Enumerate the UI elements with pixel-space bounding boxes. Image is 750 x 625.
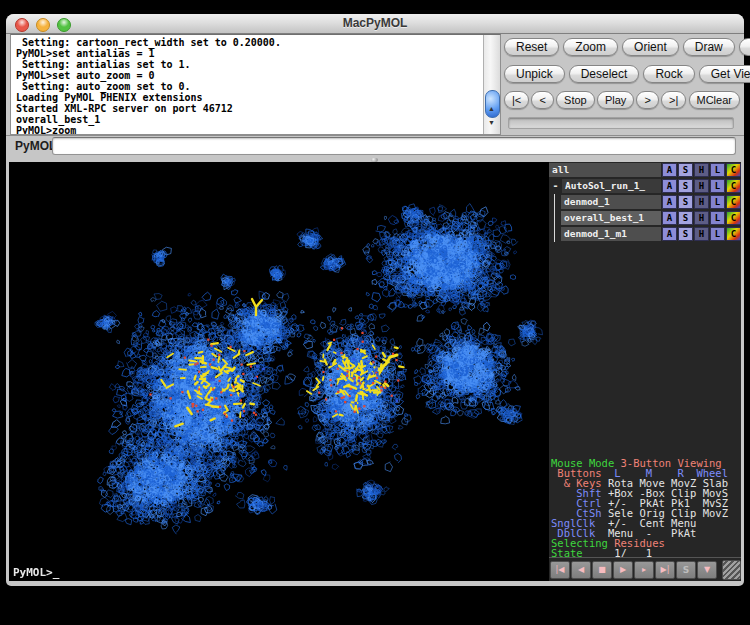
object-h-button[interactable]: H [694, 227, 709, 241]
console-line: Setting: cartoon_rect_width set to 0.200… [16, 37, 483, 48]
orient-button[interactable]: Orient [622, 38, 679, 56]
movie-forward-button[interactable]: > [636, 91, 658, 109]
movie-stop-vcr-button[interactable]: ■ [592, 561, 612, 579]
reset-button[interactable]: Reset [504, 38, 559, 56]
unpick-button[interactable]: Unpick [504, 65, 565, 83]
object-l-button[interactable]: L [710, 227, 725, 241]
viewport-3d[interactable]: PyMOL>_ [9, 162, 549, 581]
object-h-button[interactable]: H [694, 163, 709, 177]
main-content: PyMOL>_ allASHLC-AutoSol_run_1_ASHLCdenm… [9, 162, 741, 581]
object-l-button[interactable]: L [710, 179, 725, 193]
console-line: PyMOL>set auto_zoom = 0 [16, 70, 483, 81]
progress-bar [508, 117, 734, 129]
object-h-button[interactable]: H [694, 211, 709, 225]
object-row: denmod_1_m1ASHLC [549, 226, 741, 242]
console-line: overall_best_1 [16, 114, 483, 125]
object-row: allASHLC [549, 162, 741, 178]
movie-go-to-start-button[interactable]: |◀ [550, 561, 570, 579]
draw-button[interactable]: Draw [683, 38, 735, 56]
movie-play-button[interactable]: Play [597, 91, 634, 109]
object-l-button[interactable]: L [710, 211, 725, 225]
object-list: allASHLC-AutoSol_run_1_ASHLCdenmod_1ASHL… [549, 162, 741, 242]
console-line: PyMOL>zoom [16, 125, 483, 134]
object-name[interactable]: AutoSol_run_1_ [562, 179, 661, 193]
scroll-up-icon[interactable]: ▲ [484, 104, 499, 114]
scroll-down-icon[interactable]: ▼ [484, 118, 499, 128]
object-row: overall_best_1ASHLC [549, 210, 741, 226]
window-title: MacPyMOL [6, 16, 744, 30]
movie-go-to-end-button[interactable]: ▶| [655, 561, 675, 579]
viewport-prompt: PyMOL>_ [13, 566, 59, 579]
ray-button[interactable]: Ray [739, 38, 750, 56]
movie-clear-button[interactable]: MClear [689, 91, 740, 109]
object-s-button[interactable]: S [678, 195, 693, 209]
movie-back-button[interactable]: < [531, 91, 553, 109]
rock-button[interactable]: Rock [643, 65, 694, 83]
control-row-3: |<<StopPlay>>|MClear [504, 91, 740, 109]
control-row-2: UnpickDeselectRockGet View [504, 65, 740, 83]
object-s-button[interactable]: S [678, 163, 693, 177]
object-s-button[interactable]: S [678, 227, 693, 241]
command-input[interactable] [52, 137, 736, 155]
object-row: denmod_1ASHLC [549, 194, 741, 210]
object-row: -AutoSol_run_1_ASHLC [549, 178, 741, 194]
mouse-mode-panel: Mouse Mode 3-Button Viewing Buttons L M … [549, 458, 741, 558]
viewport-canvas[interactable] [9, 162, 549, 581]
console-log: Setting: cartoon_rect_width set to 0.200… [11, 35, 483, 134]
console-line: Loading PyMOL PHENIX extensions [16, 92, 483, 103]
object-name[interactable]: denmod_1_m1 [561, 227, 661, 241]
object-c-button[interactable]: C [726, 211, 741, 225]
macpymol-window: MacPyMOL Setting: cartoon_rect_width set… [6, 14, 744, 586]
object-l-button[interactable]: L [710, 195, 725, 209]
movie-last-button[interactable]: >| [661, 91, 686, 109]
object-sidebar: allASHLC-AutoSol_run_1_ASHLCdenmod_1ASHL… [549, 162, 741, 581]
console-area: Setting: cartoon_rect_width set to 0.200… [10, 34, 501, 135]
movie-play-vcr-button[interactable]: ▶ [613, 561, 633, 579]
object-c-button[interactable]: C [726, 179, 741, 193]
object-h-button[interactable]: H [694, 195, 709, 209]
upper-panel: Setting: cartoon_rect_width set to 0.200… [6, 33, 744, 136]
object-a-button[interactable]: A [662, 227, 677, 241]
tree-indent [554, 226, 561, 242]
object-h-button[interactable]: H [694, 179, 709, 193]
object-l-button[interactable]: L [710, 163, 725, 177]
object-c-button[interactable]: C [726, 227, 741, 241]
movie-stop-button[interactable]: Stop [556, 91, 595, 109]
console-line: Setting: auto_zoom set to 0. [16, 81, 483, 92]
deselect-button[interactable]: Deselect [569, 65, 640, 83]
object-s-button[interactable]: S [678, 211, 693, 225]
object-a-button[interactable]: A [662, 163, 677, 177]
console-scrollbar[interactable]: ▲ ▼ [483, 35, 500, 134]
object-a-button[interactable]: A [662, 179, 677, 193]
get-view-button[interactable]: Get View [699, 65, 750, 83]
control-button-panel: ResetZoomOrientDrawRay UnpickDeselectRoc… [504, 33, 740, 135]
zoom-button[interactable]: Zoom [563, 38, 618, 56]
object-a-button[interactable]: A [662, 211, 677, 225]
movie-first-button[interactable]: |< [504, 91, 529, 109]
movie-step-back-button[interactable]: ◀ [571, 561, 591, 579]
movie-scene-button[interactable]: S [676, 561, 696, 579]
expander-minus-icon[interactable]: - [549, 179, 562, 193]
object-s-button[interactable]: S [678, 179, 693, 193]
command-row: PyMOL> [6, 136, 744, 158]
movie-menu-button[interactable]: ▼ [697, 561, 717, 579]
console-line: PyMOL>set antialias = 1 [16, 48, 483, 59]
title-bar[interactable]: MacPyMOL [6, 14, 744, 34]
movie-step-forward-button[interactable]: ▸ [634, 561, 654, 579]
object-name[interactable]: overall_best_1 [561, 211, 661, 225]
object-a-button[interactable]: A [662, 195, 677, 209]
object-name[interactable]: all [549, 163, 661, 177]
object-name[interactable]: denmod_1 [561, 195, 661, 209]
console-line: Setting: antialias set to 1. [16, 59, 483, 70]
object-c-button[interactable]: C [726, 163, 741, 177]
control-row-1: ResetZoomOrientDrawRay [504, 38, 740, 56]
object-c-button[interactable]: C [726, 195, 741, 209]
resize-grip-icon[interactable] [722, 560, 741, 580]
tree-indent [554, 194, 561, 210]
tree-indent [554, 210, 561, 226]
console-line: Started XML-RPC server on port 46712 [16, 103, 483, 114]
movie-controls: |◀◀■▶▸▶|S▼ [549, 557, 741, 581]
